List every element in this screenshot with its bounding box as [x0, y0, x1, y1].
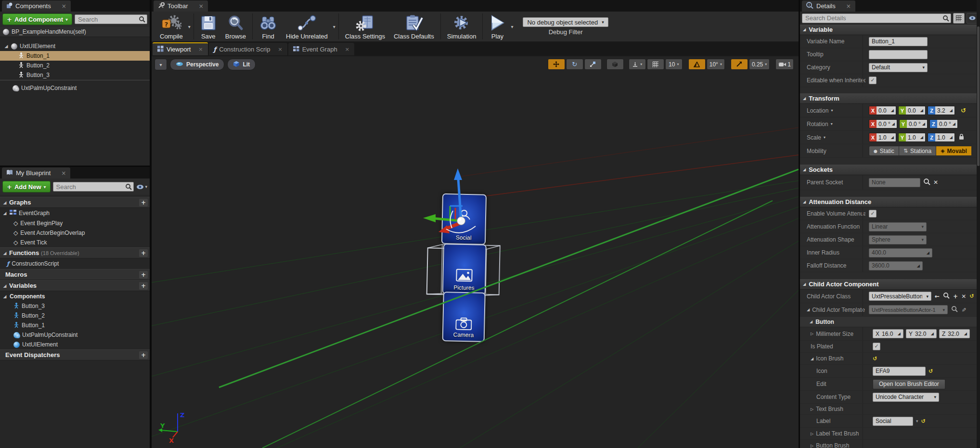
- menu-button-pictures[interactable]: Pictures: [442, 243, 487, 295]
- var-uxtuielement[interactable]: UxtUIElement: [0, 340, 150, 349]
- content-type-dropdown[interactable]: Unicode Character▾: [873, 393, 939, 402]
- add-dispatcher-button[interactable]: +: [139, 351, 148, 359]
- enable-volume-checkbox[interactable]: ✓: [869, 210, 877, 218]
- add-macro-button[interactable]: +: [139, 271, 148, 279]
- spinner-icon[interactable]: ◢: [890, 122, 895, 126]
- spinner-icon[interactable]: ◢: [919, 135, 923, 140]
- sockets-section-header[interactable]: ◢ Sockets: [800, 165, 980, 175]
- macros-header[interactable]: Macros +: [0, 269, 150, 280]
- browse-button[interactable]: Browse: [221, 12, 250, 41]
- debug-object-dropdown[interactable]: No debug object selected ▾: [523, 17, 608, 27]
- lock-icon[interactable]: [959, 134, 964, 141]
- tab-my-blueprint[interactable]: My Blueprint ×: [2, 167, 70, 179]
- tab-details[interactable]: i Details ×: [802, 0, 855, 12]
- compile-options-chevron[interactable]: ▾: [188, 24, 191, 29]
- var-palmupconstraint[interactable]: UxtPalmUpConstraint: [0, 330, 150, 340]
- grid-snap-button[interactable]: [647, 59, 664, 70]
- details-scrollbar[interactable]: [977, 0, 980, 448]
- mm-z-field[interactable]: Z32.0◢: [939, 329, 970, 338]
- reset-icon[interactable]: ↺: [928, 368, 933, 374]
- simulation-button[interactable]: Simulation: [443, 12, 481, 41]
- close-icon[interactable]: ×: [199, 3, 204, 10]
- add-function-button[interactable]: +: [139, 249, 148, 257]
- editable-checkbox[interactable]: ✓: [869, 77, 877, 84]
- scale-tool-button[interactable]: [584, 59, 602, 70]
- event-tick-item[interactable]: ◇ Event Tick: [0, 238, 150, 247]
- var-button2[interactable]: Button_2: [0, 311, 150, 320]
- find-button[interactable]: Find: [255, 12, 282, 41]
- close-icon[interactable]: ×: [278, 46, 282, 52]
- visibility-filter-button[interactable]: ▾: [136, 184, 147, 190]
- components-search-input[interactable]: [75, 14, 147, 24]
- camera-speed-button[interactable]: 1: [775, 59, 794, 70]
- icon-input[interactable]: [873, 367, 926, 376]
- clear-socket-icon[interactable]: ✕: [933, 179, 938, 186]
- reset-icon[interactable]: ↺: [961, 107, 966, 114]
- save-button[interactable]: Save: [196, 12, 221, 41]
- event-dispatchers-header[interactable]: Event Dispatchers +: [0, 349, 150, 360]
- components-category[interactable]: ◢ Components: [0, 291, 150, 301]
- class-settings-button[interactable]: Class Settings: [341, 12, 389, 41]
- tree-item-root[interactable]: BP_ExampleHandMenu(self): [0, 27, 150, 37]
- add-variable-button[interactable]: +: [139, 282, 148, 290]
- spinner-icon[interactable]: ◢: [951, 122, 955, 126]
- scale-snap-value-button[interactable]: 0.25▾: [749, 59, 770, 70]
- tab-toolbar[interactable]: Toolbar ×: [154, 0, 208, 12]
- menu-button-camera[interactable]: Camera: [442, 292, 486, 342]
- spinner-icon[interactable]: ◢: [963, 332, 967, 336]
- open-icon-brush-editor-button[interactable]: Open Icon Brush Editor: [873, 379, 945, 389]
- translate-tool-button[interactable]: [548, 59, 565, 70]
- class-defaults-button[interactable]: Class Defaults: [389, 12, 438, 41]
- transform-gizmo[interactable]: [412, 165, 479, 249]
- close-icon[interactable]: ×: [198, 46, 203, 52]
- tab-event-graph[interactable]: Event Graph ×: [288, 43, 354, 55]
- eyedropper-icon[interactable]: ✎: [960, 307, 967, 312]
- tree-item-uxtuielement[interactable]: ◢ UxtUIElement: [0, 41, 150, 51]
- tree-item-button2[interactable]: Button_2: [0, 61, 150, 70]
- event-actorbeginoverlap-item[interactable]: ◇ Event ActorBeginOverlap: [0, 228, 150, 238]
- label-input[interactable]: [873, 417, 913, 426]
- add-graph-button[interactable]: +: [139, 199, 148, 206]
- location-z-field[interactable]: Z3.2◢: [928, 106, 955, 115]
- spinner-icon[interactable]: ◢: [919, 108, 923, 113]
- add-icon[interactable]: +: [953, 293, 958, 300]
- viewport-3d[interactable]: Social Pictures Camera: [152, 56, 799, 448]
- tree-item-palmupconstraint[interactable]: UxtPalmUpConstraint: [0, 83, 150, 93]
- variables-header[interactable]: ◢ Variables +: [0, 280, 150, 291]
- mobility-stationary-option[interactable]: ⇅Stationa: [899, 146, 936, 155]
- scale-z-field[interactable]: Z1.0◢: [928, 133, 955, 142]
- graphs-header[interactable]: ◢ Graphs +: [0, 197, 150, 208]
- surface-snap-button[interactable]: ▾: [629, 59, 646, 70]
- add-component-button[interactable]: + Add Component ▾: [2, 13, 72, 25]
- play-options-chevron[interactable]: ▾: [511, 24, 513, 29]
- scale-snap-button[interactable]: [731, 59, 748, 70]
- add-new-button[interactable]: + Add New ▾: [2, 181, 51, 192]
- mobility-movable-option[interactable]: ◈Movabl: [936, 146, 972, 155]
- tab-construction-script[interactable]: ƒ Construction Scrip ×: [209, 43, 287, 55]
- tooltip-input[interactable]: [869, 50, 928, 59]
- viewport-options-button[interactable]: ▾: [155, 59, 167, 70]
- hide-unrelated-button[interactable]: Hide Unrelated: [282, 12, 332, 41]
- spinner-icon[interactable]: ◢: [890, 135, 894, 140]
- grid-snap-value-button[interactable]: 10▾: [665, 59, 683, 70]
- tab-components[interactable]: Components ×: [2, 0, 71, 12]
- close-icon[interactable]: ×: [846, 3, 851, 10]
- spinner-icon[interactable]: ◢: [929, 332, 934, 336]
- close-icon[interactable]: ×: [62, 3, 66, 10]
- event-beginplay-item[interactable]: ◇ Event BeginPlay: [0, 218, 150, 228]
- perspective-button[interactable]: Perspective: [170, 59, 224, 70]
- eventgraph-item[interactable]: ◢ EventGraph: [0, 208, 150, 218]
- hide-unrelated-options-chevron[interactable]: ▾: [333, 24, 335, 29]
- functions-header[interactable]: ◢ Functions (18 Overridable) +: [0, 247, 150, 258]
- details-search-input[interactable]: [802, 13, 951, 23]
- browse-asset-icon[interactable]: [943, 292, 950, 300]
- spinner-icon[interactable]: ◢: [921, 122, 925, 126]
- rotate-tool-button[interactable]: ↻: [566, 59, 583, 70]
- rotation-snap-button[interactable]: [688, 59, 706, 70]
- socket-search-icon[interactable]: [923, 178, 930, 187]
- child-actor-class-dropdown[interactable]: UxtPressableButton▾: [869, 292, 931, 301]
- mobility-static-option[interactable]: ●Static: [869, 146, 899, 155]
- location-y-field[interactable]: Y0.0◢: [898, 106, 926, 115]
- close-icon[interactable]: ×: [61, 170, 66, 177]
- rotation-snap-value-button[interactable]: 10°▾: [707, 59, 725, 70]
